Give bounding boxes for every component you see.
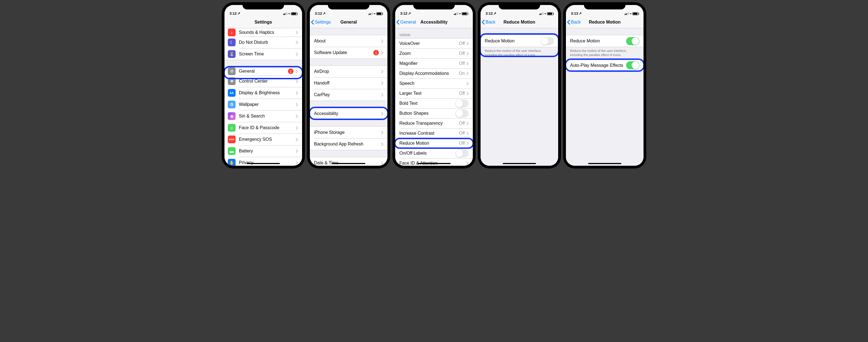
row-reduce-transparency[interactable]: Reduce TransparencyOff — [395, 118, 473, 128]
row-reduce-motion[interactable]: Reduce MotionOff — [395, 138, 473, 148]
row-battery[interactable]: ▬Battery — [224, 145, 302, 157]
clock: 3:12 — [486, 11, 493, 15]
gear-icon: ⚙ — [228, 67, 236, 75]
row-magnifier[interactable]: MagnifierOff — [395, 59, 473, 68]
footer-text: Reduce the motion of the user interface,… — [480, 47, 558, 59]
notch — [328, 2, 369, 9]
row-do-not-disturb[interactable]: ☾Do Not Disturb — [224, 37, 302, 48]
row-zoom[interactable]: ZoomOff — [395, 49, 473, 59]
home-indicator[interactable] — [588, 163, 621, 164]
chevron-right-icon — [466, 122, 469, 125]
chevron-right-icon — [466, 92, 469, 95]
sos-icon: SOS — [228, 135, 236, 143]
row-accessibility[interactable]: Accessibility — [310, 108, 388, 120]
location-icon: ↗ — [493, 11, 496, 15]
row-airdrop[interactable]: AirDrop — [310, 66, 388, 77]
row-speech[interactable]: Speech — [395, 79, 473, 88]
chevron-right-icon — [296, 126, 298, 130]
phone-settings: 3:12↗ ⌁ Settings ♪Sounds & Haptics ☾Do N… — [222, 2, 305, 168]
phone-reduce-motion-on: 3:13↗ ⌁ Back Reduce Motion Reduce Motion… — [563, 2, 646, 168]
row-bold-text[interactable]: Bold Text — [395, 98, 473, 108]
row-reduce-motion-toggle[interactable]: Reduce Motion — [566, 35, 644, 47]
home-indicator[interactable] — [332, 163, 365, 164]
battery-icon — [547, 12, 553, 15]
chevron-right-icon — [381, 131, 383, 134]
switch-onoff-labels[interactable] — [455, 149, 469, 157]
phone-accessibility: 3:12↗ ⌁ General Accessibility VISION Voi… — [393, 2, 475, 168]
chevron-right-icon — [381, 70, 383, 73]
chevron-right-icon — [296, 115, 298, 118]
chevron-right-icon — [381, 161, 383, 165]
switch-reduce-motion[interactable] — [626, 37, 639, 45]
chevron-right-icon — [296, 80, 298, 83]
row-wallpaper[interactable]: ✿Wallpaper — [224, 99, 302, 110]
flower-icon: ✿ — [228, 101, 236, 108]
row-privacy[interactable]: ✋Privacy — [224, 157, 302, 166]
page-title: Reduce Motion — [589, 20, 621, 25]
chevron-right-icon — [466, 132, 469, 135]
clock: 3:12 — [315, 11, 322, 15]
chevron-right-icon — [381, 112, 383, 116]
cellular-icon — [283, 12, 287, 15]
row-software-update[interactable]: Software Update1 — [310, 47, 388, 59]
row-date-time[interactable]: Date & Time — [310, 157, 388, 166]
badge: 1 — [288, 68, 293, 74]
chevron-right-icon — [381, 143, 383, 146]
row-carplay[interactable]: CarPlay — [310, 89, 388, 101]
home-indicator[interactable] — [417, 163, 451, 164]
home-indicator[interactable] — [503, 163, 536, 164]
row-display-brightness[interactable]: AADisplay & Brightness — [224, 87, 302, 99]
row-increase-contrast[interactable]: Increase ContrastOff — [395, 128, 473, 138]
back-button[interactable]: Back — [482, 20, 496, 25]
battery-icon — [291, 12, 297, 15]
wifi-icon: ⌁ — [459, 12, 461, 15]
switch-button-shapes[interactable] — [455, 110, 469, 118]
row-onoff-labels[interactable]: On/Off Labels — [395, 148, 473, 158]
row-button-shapes[interactable]: Button Shapes — [395, 108, 473, 118]
clock: 3:13 — [571, 11, 578, 15]
chevron-right-icon — [296, 91, 298, 95]
row-iphone-storage[interactable]: iPhone Storage — [310, 127, 388, 138]
row-autoplay-message-effects[interactable]: Auto-Play Message Effects — [566, 60, 644, 71]
row-emergency-sos[interactable]: SOSEmergency SOS — [224, 133, 302, 145]
row-larger-text[interactable]: Larger TextOff — [395, 88, 473, 98]
row-sounds-haptics[interactable]: ♪Sounds & Haptics — [224, 28, 302, 37]
switch-bold-text[interactable] — [455, 99, 469, 107]
chevron-right-icon — [381, 39, 383, 43]
row-faceid-attention[interactable]: Face ID & Attention — [395, 158, 473, 166]
row-control-center[interactable]: ❖Control Center — [224, 75, 302, 87]
row-display-accommodations[interactable]: Display AccommodationsOn — [395, 68, 473, 79]
row-background-refresh[interactable]: Background App Refresh — [310, 138, 388, 150]
row-reduce-motion-toggle[interactable]: Reduce Motion — [480, 35, 558, 47]
row-handoff[interactable]: Handoff — [310, 77, 388, 89]
notch — [413, 2, 455, 9]
section-header-vision: VISION — [395, 28, 473, 38]
cellular-icon — [539, 12, 544, 15]
row-siri-search[interactable]: ◉Siri & Search — [224, 110, 302, 122]
back-button[interactable]: Settings — [311, 20, 331, 25]
chevron-right-icon — [466, 142, 469, 145]
navbar: Back Reduce Motion — [566, 16, 644, 28]
chevron-right-icon — [296, 52, 298, 56]
wifi-icon: ⌁ — [630, 12, 631, 15]
row-screen-time[interactable]: ⏳Screen Time — [224, 48, 302, 60]
chevron-right-icon — [296, 161, 298, 165]
back-button[interactable]: General — [396, 20, 416, 25]
notch — [499, 2, 540, 9]
row-voiceover[interactable]: VoiceOverOff — [395, 38, 473, 49]
row-general[interactable]: ⚙General1 — [224, 67, 302, 75]
switch-reduce-motion[interactable] — [541, 37, 554, 45]
home-indicator[interactable] — [247, 163, 280, 164]
location-icon: ↗ — [579, 11, 582, 15]
page-title: Accessibility — [421, 20, 447, 25]
row-faceid-passcode[interactable]: ☺Face ID & Passcode — [224, 122, 302, 133]
chevron-right-icon — [381, 93, 383, 97]
back-button[interactable]: Back — [567, 20, 581, 25]
wifi-icon: ⌁ — [288, 12, 290, 15]
page-title: Settings — [254, 20, 272, 25]
chevron-right-icon — [296, 69, 298, 73]
chevron-right-icon — [296, 41, 298, 44]
row-about[interactable]: About — [310, 35, 388, 47]
siri-icon: ◉ — [228, 112, 236, 120]
switch-autoplay-effects[interactable] — [626, 61, 639, 69]
